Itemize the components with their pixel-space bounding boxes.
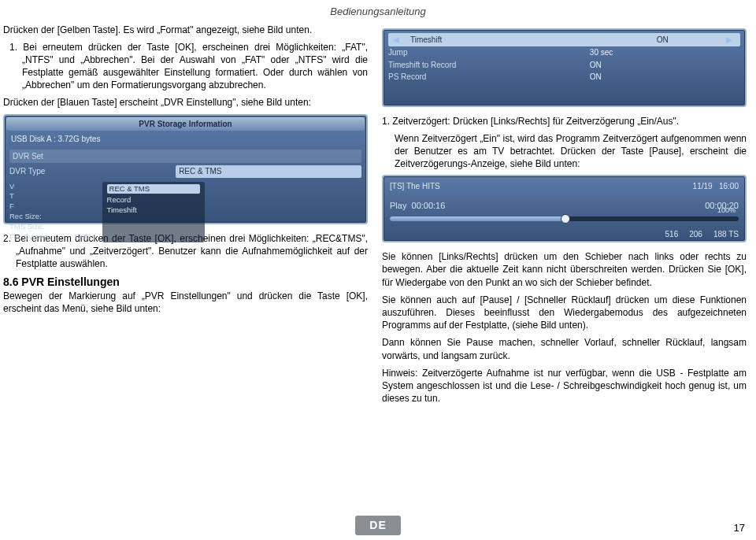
- ss3-title: [TS] The HITS: [390, 181, 440, 192]
- arrow-right-icon: ▶: [726, 35, 732, 46]
- ss2-r1-label: Timeshift: [410, 35, 598, 46]
- ss2-r3-value: ON: [590, 60, 740, 71]
- right-p2: Sie können [Links/Rechts] drücken um den…: [382, 250, 747, 289]
- right-column: ◀ Timeshift ON ▶ Jump30 sec Timeshift to…: [382, 24, 747, 410]
- timeshift-bar-screenshot: [TS] The HITS 11/19 16:00 Play 00:00:16 …: [382, 175, 747, 242]
- ss1-v1: T: [9, 191, 96, 202]
- ss1-dvrset-label: DVR Set: [13, 151, 169, 162]
- ss3-b3: 188 TS: [713, 229, 739, 240]
- ss1-options-popup: REC & TMS Record Timeshift: [102, 182, 205, 242]
- left-intro-2: Drücken der [Blauen Taste] erscheint „DV…: [3, 96, 368, 109]
- ss1-v0: V: [9, 182, 96, 192]
- ss2-r4-label: PS Record: [388, 72, 582, 83]
- ss3-play-label: Play: [390, 201, 406, 210]
- lang-badge: DE: [355, 516, 400, 535]
- ss1-opt3: Timeshift: [107, 205, 200, 216]
- ss3-b2: 206: [689, 229, 702, 240]
- ss1-opt2: Record: [107, 195, 200, 205]
- ss3-t1: 00:00:16: [412, 201, 446, 210]
- ss1-left-values: V T F Rec Size: TMS Size: File System: F…: [9, 182, 96, 242]
- page-footer: DE 17: [0, 516, 756, 535]
- ss2-r2-value: 30 sec: [590, 47, 740, 58]
- right-p3: Sie können auch auf [Pause] / [Schneller…: [382, 294, 747, 332]
- right-list-item-1a: 1. Zeitverzögert: Drücken [Links/Rechts]…: [382, 115, 747, 128]
- ss1-disk-line: USB Disk A : 3.72G bytes: [11, 134, 361, 145]
- right-p4: Dann können Sie Pause machen, schneller …: [382, 336, 747, 361]
- left-list-item-1: 1. Bei erneutem drücken der Taste [OK], …: [3, 41, 368, 92]
- ss1-dvrtype-value: REC & TMS: [176, 165, 361, 178]
- ss2-r4-value: ON: [590, 72, 740, 83]
- ss3-date: 11/19: [693, 182, 713, 190]
- ss3-time: 16:00: [719, 182, 739, 190]
- page-number: 17: [734, 521, 745, 535]
- ss2-r2-label: Jump: [388, 47, 582, 58]
- ss1-v3: Rec Size:: [9, 212, 96, 222]
- ss1-v5: File System:: [9, 232, 50, 242]
- ss1-v2: F: [9, 202, 96, 212]
- section-8-6-body: Bewegen der Markierung auf „PVR Einstell…: [3, 290, 368, 315]
- ss1-opt1: REC & TMS: [107, 184, 200, 194]
- ss1-v4: TMS Size:: [9, 222, 96, 232]
- ss2-r3-label: Timeshift to Record: [388, 60, 582, 71]
- ss3-progress-knob: [561, 214, 570, 224]
- ss3-pct: 100%: [717, 205, 736, 215]
- section-8-6-heading: 8.6 PVR Einstellungen: [3, 275, 368, 290]
- doc-header: Bedienungsanleitung: [0, 0, 756, 19]
- two-column-layout: Drücken der [Gelben Taste]. Es wird „For…: [0, 19, 756, 410]
- arrow-left-icon: ◀: [393, 35, 399, 46]
- ss3-progress-fill: [390, 216, 565, 221]
- ss1-dvrtype-label: DVR Type: [9, 166, 168, 177]
- ss3-progress-bar: 100%: [390, 216, 739, 221]
- ss1-title: PVR Storage Information: [6, 117, 365, 131]
- left-column: Drücken der [Gelben Taste]. Es wird „For…: [3, 24, 368, 410]
- ss1-fs: FAT32: [74, 232, 95, 242]
- ss2-r1-value: ON: [606, 35, 718, 46]
- ss3-b1: 516: [665, 229, 679, 240]
- right-list-item-1b: Wenn Zeitverzögert „Ein" ist, wird das P…: [382, 132, 747, 171]
- pvr-settings-screenshot: ◀ Timeshift ON ▶ Jump30 sec Timeshift to…: [382, 28, 747, 107]
- left-intro-1: Drücken der [Gelben Taste]. Es wird „For…: [3, 24, 368, 36]
- pvr-storage-screenshot: PVR Storage Information USB Disk A : 3.7…: [3, 114, 368, 224]
- right-p5: Hinweis: Zeitverzögerte Aufnahme ist nur…: [382, 367, 747, 405]
